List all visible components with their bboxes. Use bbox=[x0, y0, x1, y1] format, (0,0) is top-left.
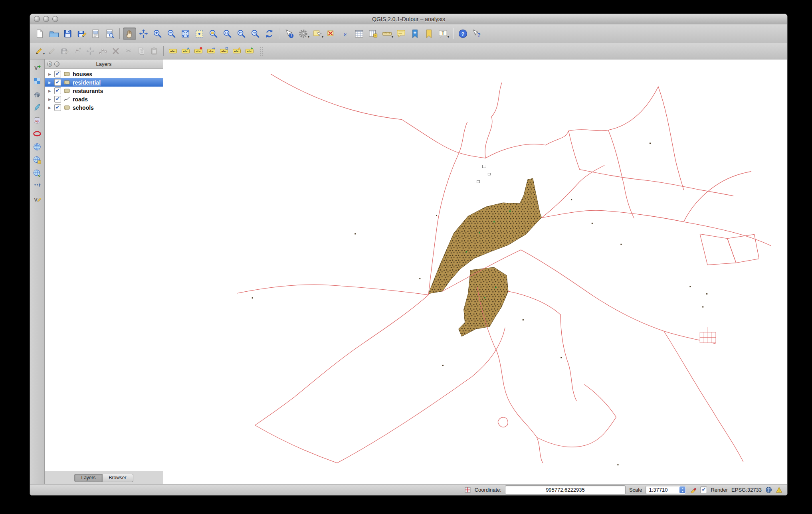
new-project-button[interactable] bbox=[33, 28, 46, 40]
composer-manager-button[interactable] bbox=[103, 28, 116, 40]
panel-tab-browser[interactable]: Browser bbox=[103, 474, 133, 482]
svg-text:?: ? bbox=[477, 32, 480, 38]
layer-visibility-checkbox[interactable]: ✔ bbox=[54, 104, 61, 111]
text-annotation-button[interactable]: T▾ bbox=[436, 28, 450, 40]
layer-row-roads[interactable]: ▶✔roads bbox=[45, 95, 163, 103]
crs-status-icon[interactable] bbox=[765, 486, 772, 493]
layer-visibility-checkbox[interactable]: ✔ bbox=[54, 71, 61, 77]
label-move-icon: abc bbox=[207, 47, 216, 55]
label-properties-button[interactable]: abc bbox=[231, 45, 243, 57]
render-checkbox[interactable]: ✔ bbox=[700, 486, 707, 493]
window-controls bbox=[34, 16, 58, 22]
scale-stepper[interactable]: ▴▾ bbox=[679, 486, 685, 493]
new-bookmark-button[interactable] bbox=[408, 28, 422, 40]
add-wms-layer-button[interactable] bbox=[32, 142, 43, 152]
copy-features-button[interactable] bbox=[135, 45, 147, 57]
move-feature-button[interactable] bbox=[84, 45, 96, 57]
add-raster-layer-button[interactable] bbox=[32, 76, 43, 86]
select-by-expression-button[interactable]: ε bbox=[339, 28, 352, 40]
help-contents-button[interactable]: ? bbox=[456, 28, 469, 40]
add-vector-layer-button[interactable]: V bbox=[32, 63, 43, 73]
label-add-button[interactable]: abc bbox=[244, 45, 255, 57]
add-wcs-layer-button[interactable] bbox=[32, 155, 43, 165]
run-feature-action-button[interactable]: ▾ bbox=[297, 28, 310, 40]
add-wfs-layer-button[interactable]: V bbox=[32, 168, 43, 178]
toolbar-handle[interactable] bbox=[259, 46, 263, 56]
label-rotate-button[interactable]: abc bbox=[218, 45, 230, 57]
expand-arrow-icon[interactable]: ▶ bbox=[48, 106, 52, 110]
toggle-editing-button[interactable] bbox=[46, 45, 58, 57]
whats-this-button[interactable]: ? bbox=[470, 28, 483, 40]
dropdown-arrow-icon: ▾ bbox=[43, 52, 45, 55]
deselect-features-button[interactable] bbox=[325, 28, 338, 40]
add-feature-button[interactable] bbox=[71, 45, 83, 57]
zoom-in-button[interactable] bbox=[151, 28, 164, 40]
expand-arrow-icon[interactable]: ▶ bbox=[48, 89, 52, 93]
label-pin-button[interactable]: abc bbox=[180, 45, 192, 57]
panel-close-icon[interactable]: × bbox=[47, 61, 52, 67]
panel-float-icon[interactable]: ◦ bbox=[54, 61, 59, 67]
pan-map-to-selection-button[interactable] bbox=[137, 28, 150, 40]
node-tool-button[interactable] bbox=[97, 45, 109, 57]
zoom-out-button[interactable] bbox=[165, 28, 178, 40]
zoom-last-button[interactable] bbox=[235, 28, 248, 40]
expand-arrow-icon[interactable]: ▶ bbox=[48, 97, 52, 101]
new-print-composer-button[interactable] bbox=[89, 28, 102, 40]
minimize-button[interactable] bbox=[43, 16, 49, 22]
panel-tab-layers[interactable]: Layers bbox=[74, 474, 102, 482]
touch-zoom-pan-button[interactable] bbox=[123, 28, 136, 40]
map-tips-button[interactable] bbox=[394, 28, 408, 40]
expand-arrow-icon[interactable]: ▶ bbox=[48, 72, 52, 76]
save-layer-edits-button[interactable] bbox=[59, 45, 71, 57]
show-bookmarks-button[interactable] bbox=[422, 28, 436, 40]
layer-row-restaurants[interactable]: ▶✔restaurants bbox=[45, 87, 163, 95]
select-features-button[interactable]: ▾ bbox=[311, 28, 324, 40]
zoom-native-resolution-button[interactable]: 1:1 bbox=[221, 28, 234, 40]
zoom-to-selection-button[interactable] bbox=[193, 28, 206, 40]
zoom-next-button[interactable] bbox=[249, 28, 262, 40]
add-spatialite-layer-button[interactable] bbox=[32, 102, 43, 113]
save-project-button[interactable] bbox=[61, 28, 74, 40]
measure-button[interactable]: ▾ bbox=[380, 28, 394, 40]
open-project-button[interactable] bbox=[47, 28, 60, 40]
save-project-as-button[interactable] bbox=[75, 28, 88, 40]
new-shapefile-layer-button[interactable]: V bbox=[32, 194, 43, 205]
layers-panel-header[interactable]: × ◦ Layers bbox=[45, 59, 163, 69]
map-canvas[interactable] bbox=[163, 59, 787, 484]
add-delimited-text-layer-button[interactable] bbox=[32, 181, 43, 192]
titlebar[interactable]: QGIS 2.0.1-Dufour – analysis bbox=[30, 14, 787, 24]
label-highlight-button[interactable]: abc bbox=[192, 45, 204, 57]
zoom-full-extent-button[interactable] bbox=[179, 28, 192, 40]
layer-visibility-checkbox[interactable]: ✔ bbox=[54, 96, 61, 103]
layer-row-houses[interactable]: ▶✔houses bbox=[45, 70, 163, 78]
delete-selected-button[interactable] bbox=[110, 45, 122, 57]
layer-visibility-checkbox[interactable]: ✔ bbox=[54, 79, 61, 86]
zoom-button[interactable] bbox=[52, 16, 58, 22]
svg-text:SQL: SQL bbox=[35, 120, 40, 123]
field-calculator-button[interactable]: = bbox=[366, 28, 380, 40]
label-move-button[interactable]: abc bbox=[205, 45, 217, 57]
layer-visibility-checkbox[interactable]: ✔ bbox=[54, 87, 61, 94]
labeling-button[interactable]: abc bbox=[167, 45, 179, 57]
current-edits-button[interactable]: ▾ bbox=[33, 45, 45, 57]
coordinate-input[interactable] bbox=[505, 485, 626, 494]
new-bookmark-icon bbox=[410, 29, 420, 39]
expand-arrow-icon[interactable]: ▶ bbox=[48, 81, 52, 85]
layer-row-residential[interactable]: ▶✔residential bbox=[45, 78, 163, 87]
cut-features-button[interactable]: ✂ bbox=[123, 45, 135, 57]
add-mssql-layer-button[interactable]: SQL bbox=[32, 115, 43, 126]
open-attribute-table-button[interactable] bbox=[353, 28, 366, 40]
render-status-icon[interactable] bbox=[690, 486, 697, 493]
identify-features-button[interactable]: i bbox=[283, 28, 296, 40]
mouse-position-icon[interactable] bbox=[464, 486, 471, 493]
paste-features-button[interactable] bbox=[148, 45, 160, 57]
zoom-to-layer-button[interactable] bbox=[207, 28, 220, 40]
refresh-map-button[interactable] bbox=[263, 28, 276, 40]
add-oracle-layer-button[interactable] bbox=[32, 128, 43, 139]
close-button[interactable] bbox=[34, 16, 40, 22]
add-postgis-layer-button[interactable] bbox=[32, 89, 43, 99]
layer-row-schools[interactable]: ▶✔schools bbox=[45, 103, 163, 112]
svg-text:1:1: 1:1 bbox=[225, 32, 228, 34]
scale-combo[interactable]: 1:37710 ▴▾ bbox=[646, 486, 686, 494]
messages-log-icon[interactable]: ! bbox=[776, 486, 782, 493]
